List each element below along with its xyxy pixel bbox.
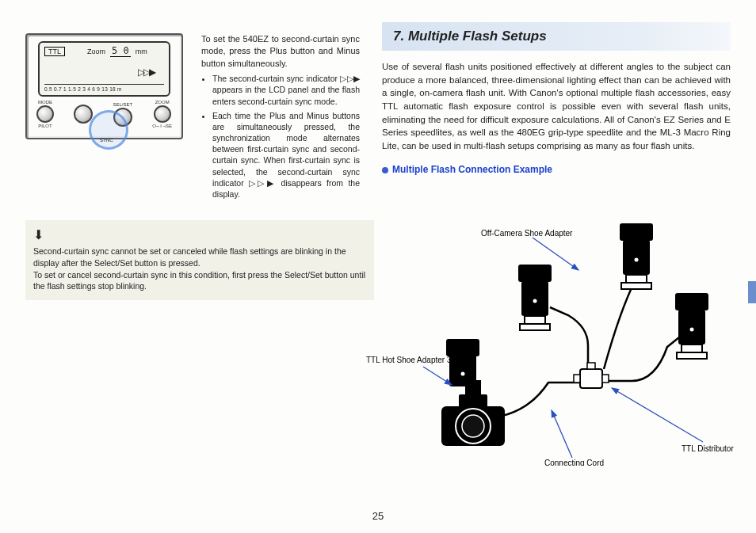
svg-point-11 [461, 372, 465, 376]
svg-rect-25 [677, 352, 707, 359]
svg-point-21 [635, 258, 639, 262]
sync-label: SYNC [100, 138, 113, 143]
svg-rect-17 [623, 240, 650, 275]
lcd-ttl-indicator: TTL [44, 47, 65, 56]
note-line2: To set or cancel second-curtain sync in … [33, 270, 365, 291]
power-label: O¬ I ¬SE [152, 124, 172, 128]
page-edge-tab [748, 281, 756, 303]
bullet-1: The second-curtain sync indicator ▷▷▶ ap… [212, 73, 360, 107]
intro-paragraph: To set the 540EZ to second-curtain sync … [201, 33, 360, 70]
lcd-zoom-label: Zoom [87, 48, 105, 55]
lcd-zoom-unit: mm [136, 48, 147, 55]
svg-rect-22 [678, 310, 705, 345]
svg-rect-0 [580, 369, 602, 388]
svg-rect-15 [520, 324, 550, 330]
svg-rect-10 [446, 339, 479, 356]
svg-rect-23 [675, 293, 708, 310]
section-paragraph: Use of several flash units positioned ef… [382, 60, 731, 153]
second-curtain-sync-indicator-icon: ▷▷▶ [138, 67, 155, 78]
lcd-distance-scale: 0.5 0.7 1 1.5 2 3 4 6 9 13 18 m [44, 84, 164, 92]
svg-rect-12 [521, 281, 548, 316]
sub-header-text: Multiple Flash Connection Example [392, 164, 552, 175]
svg-line-29 [612, 388, 703, 442]
svg-line-28 [423, 367, 452, 385]
bullet-icon [382, 167, 388, 173]
page-number: 25 [372, 510, 384, 522]
label-hot-shoe: TTL Hot Shoe Adapter 3 [366, 356, 452, 364]
svg-rect-18 [620, 223, 653, 241]
mode-button-icon [36, 105, 54, 123]
lcd-panel-illustration: TTL Zoom 5 0 mm ▷▷▶ 0.5 0.7 1 1.5 2 3 4 … [25, 33, 183, 139]
connection-diagram: Off-Camera Shoe Adapter TTL Hot Shoe Ada… [366, 204, 739, 466]
svg-point-16 [533, 299, 537, 303]
svg-rect-3 [587, 363, 595, 369]
plus-button-icon [113, 108, 132, 127]
lcd-screen: TTL Zoom 5 0 mm ▷▷▶ 0.5 0.7 1 1.5 2 3 4 … [38, 41, 170, 97]
note-line1: Second-curtain sync cannot be set or can… [33, 246, 346, 268]
svg-point-26 [690, 328, 694, 332]
svg-rect-5 [459, 394, 487, 409]
svg-rect-2 [602, 375, 609, 383]
svg-rect-20 [621, 283, 651, 289]
svg-rect-1 [574, 375, 580, 383]
svg-line-30 [552, 410, 572, 458]
sub-header: Multiple Flash Connection Example [382, 164, 731, 175]
svg-rect-9 [449, 355, 476, 386]
note-arrow-icon: ⬇ [33, 227, 366, 244]
selset-label: SEL/SET [113, 102, 132, 107]
svg-rect-14 [525, 316, 545, 324]
label-shoe-adapter: Off-Camera Shoe Adapter [481, 229, 573, 238]
zoom-button-icon [154, 105, 171, 123]
svg-rect-19 [626, 275, 647, 283]
svg-point-7 [462, 415, 484, 437]
section-header: 7. Multiple Flash Setups [382, 22, 731, 51]
svg-rect-13 [518, 265, 552, 282]
bullet-2: Each time the Plus and Minus buttons are… [212, 110, 360, 200]
minus-button-icon [74, 105, 93, 124]
label-distributor: TTL Distributor [682, 444, 734, 453]
zoom-btn-label: ZOOM [155, 100, 170, 105]
mode-label: MODE [38, 100, 52, 105]
svg-rect-24 [682, 345, 702, 352]
note-box: ⬇ Second-curtain sync cannot be set or c… [25, 220, 374, 300]
lcd-zoom-value: 5 0 [110, 45, 131, 57]
pilot-label: PILOT [38, 124, 52, 128]
label-cord: Connecting Cord [544, 459, 604, 466]
